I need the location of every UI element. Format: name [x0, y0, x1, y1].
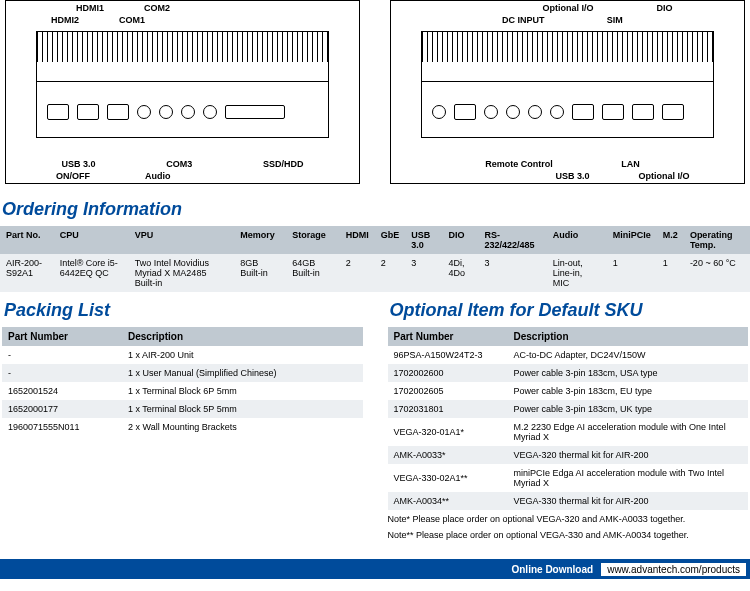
cell: VEGA-320 thermal kit for AIR-200 [508, 446, 749, 464]
cell: 2 [375, 254, 406, 292]
cell: Power cable 3-pin 183cm, USA type [508, 364, 749, 382]
cell: M.2 2230 Edge AI acceleration module wit… [508, 418, 749, 446]
col-header: RS-232/422/485 [478, 226, 546, 254]
cell: 1 x User Manual (Simplified Chinese) [122, 364, 363, 382]
cell: -20 ~ 60 °C [684, 254, 750, 292]
cell: 2 x Wall Mounting Brackets [122, 418, 363, 436]
cell: 2 [340, 254, 375, 292]
cell: 1702002605 [388, 382, 508, 400]
table-row: -1 x User Manual (Simplified Chinese) [2, 364, 363, 382]
table-row: 16520001771 x Terminal Block 5P 5mm [2, 400, 363, 418]
cell: miniPCIe Edga AI acceleration module wit… [508, 464, 749, 492]
cell: 64GB Built-in [286, 254, 339, 292]
cell: 96PSA-A150W24T2-3 [388, 346, 508, 364]
cell: 1652001524 [2, 382, 122, 400]
col-header: Audio [547, 226, 607, 254]
cell: AIR-200-S92A1 [0, 254, 54, 292]
label: USB 3.0 [555, 171, 589, 181]
label: USB 3.0 [61, 159, 95, 169]
cell: 1960071555N011 [2, 418, 122, 436]
col-header: MiniPCIe [607, 226, 657, 254]
cell: AMK-A0033* [388, 446, 508, 464]
col-header: M.2 [657, 226, 684, 254]
cell: Power cable 3-pin 183cm, UK type [508, 400, 749, 418]
packing-list: Packing List Part Number Description -1 … [2, 292, 363, 541]
label: COM2 [144, 3, 170, 13]
note: Note* Please place order on optional VEG… [388, 514, 749, 526]
table-row: 1960071555N0112 x Wall Mounting Brackets [2, 418, 363, 436]
cell: VEGA-320-01A1* [388, 418, 508, 446]
download-label: Online Download [511, 564, 593, 575]
col-header: Part Number [388, 327, 508, 346]
cell: VEGA-330 thermal kit for AIR-200 [508, 492, 749, 510]
cell: Lin-out, Line-in, MIC [547, 254, 607, 292]
label: DIO [656, 3, 672, 13]
table-row: 96PSA-A150W24T2-3AC-to-DC Adapter, DC24V… [388, 346, 749, 364]
cell: Intel® Core i5-6442EQ QC [54, 254, 129, 292]
label: LAN [621, 159, 640, 169]
cell: 3 [478, 254, 546, 292]
col-header: HDMI [340, 226, 375, 254]
rear-io-diagram: Optional I/O DIO DC INPUT SIM Remote Con… [390, 0, 745, 184]
cell: VEGA-330-02A1** [388, 464, 508, 492]
cell: AC-to-DC Adapter, DC24V/150W [508, 346, 749, 364]
cell: 1 x Terminal Block 6P 5mm [122, 382, 363, 400]
optional-list: Optional Item for Default SKU Part Numbe… [388, 292, 749, 541]
label: HDMI2 [51, 15, 79, 25]
label: Optional I/O [542, 3, 593, 13]
packing-title: Packing List [4, 300, 363, 321]
label: Audio [145, 171, 171, 181]
label: Remote Control [485, 159, 553, 169]
table-row: -1 x AIR-200 Unit [2, 346, 363, 364]
col-header: Description [508, 327, 749, 346]
cell: 1 x Terminal Block 5P 5mm [122, 400, 363, 418]
cell: 3 [405, 254, 442, 292]
col-header: CPU [54, 226, 129, 254]
label: COM3 [166, 159, 192, 169]
label: SIM [607, 15, 623, 25]
label: Optional I/O [638, 171, 689, 181]
lists-row: Packing List Part Number Description -1 … [0, 292, 750, 541]
table-row: 1702031801Power cable 3-pin 183cm, UK ty… [388, 400, 749, 418]
label: SSD/HDD [263, 159, 304, 169]
cell: 1702031801 [388, 400, 508, 418]
table-row: VEGA-320-01A1*M.2 2230 Edge AI accelerat… [388, 418, 749, 446]
table-row: AMK-A0033*VEGA-320 thermal kit for AIR-2… [388, 446, 749, 464]
label: DC INPUT [502, 15, 545, 25]
table-row: VEGA-330-02A1**miniPCIe Edga AI accelera… [388, 464, 749, 492]
ordering-table: Part No.CPUVPUMemoryStorageHDMIGbEUSB 3.… [0, 226, 750, 292]
cell: - [2, 364, 122, 382]
download-url[interactable]: www.advantech.com/products [601, 563, 746, 576]
col-header: USB 3.0 [405, 226, 442, 254]
ordering-title: Ordering Information [2, 199, 750, 220]
col-header: Memory [234, 226, 286, 254]
table-row: 1702002600Power cable 3-pin 183cm, USA t… [388, 364, 749, 382]
col-header: GbE [375, 226, 406, 254]
io-diagrams: HDMI1 COM2 HDMI2 COM1 USB 3.0 COM3 SSD/H… [0, 0, 750, 184]
front-io-diagram: HDMI1 COM2 HDMI2 COM1 USB 3.0 COM3 SSD/H… [5, 0, 360, 184]
label: ON/OFF [56, 171, 90, 181]
col-header: Storage [286, 226, 339, 254]
col-header: VPU [129, 226, 234, 254]
cell: AMK-A0034** [388, 492, 508, 510]
cell: 8GB Built-in [234, 254, 286, 292]
cell: 1 [657, 254, 684, 292]
optional-title: Optional Item for Default SKU [390, 300, 749, 321]
cell: - [2, 346, 122, 364]
cell: 4Di, 4Do [442, 254, 478, 292]
col-header: Part Number [2, 327, 122, 346]
cell: 1702002600 [388, 364, 508, 382]
cell: 1 [607, 254, 657, 292]
table-row: 1702002605Power cable 3-pin 183cm, EU ty… [388, 382, 749, 400]
footer-bar: Online Download www.advantech.com/produc… [0, 559, 750, 579]
col-header: Operating Temp. [684, 226, 750, 254]
cell: Power cable 3-pin 183cm, EU type [508, 382, 749, 400]
col-header: DIO [442, 226, 478, 254]
table-row: AMK-A0034**VEGA-330 thermal kit for AIR-… [388, 492, 749, 510]
label: HDMI1 [76, 3, 104, 13]
cell: Two Intel Movidius Myriad X MA2485 Built… [129, 254, 234, 292]
col-header: Description [122, 327, 363, 346]
label: COM1 [119, 15, 145, 25]
cell: 1652000177 [2, 400, 122, 418]
cell: 1 x AIR-200 Unit [122, 346, 363, 364]
